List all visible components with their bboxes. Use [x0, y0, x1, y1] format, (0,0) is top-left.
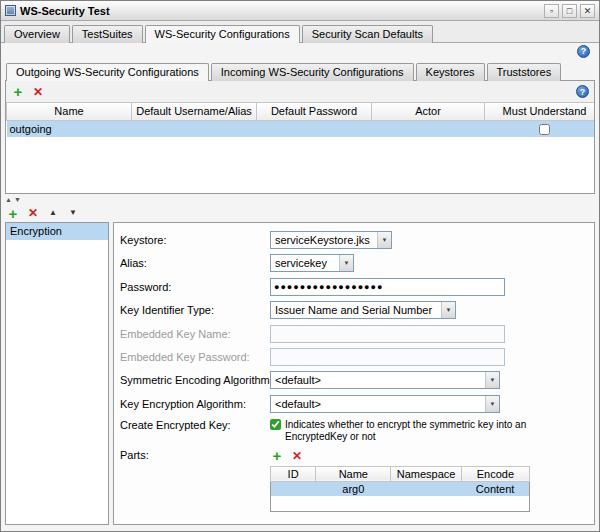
key-identifier-type-selected-value: Issuer Name and Serial Number: [271, 304, 441, 316]
key-identifier-type-select[interactable]: Issuer Name and Serial Number ▼: [270, 301, 456, 319]
outgoing-table-wrap: Name Default Username/Alias Default Pass…: [6, 102, 594, 193]
parts-column-name: Name: [316, 466, 391, 481]
cell-default-password: [257, 120, 372, 137]
embedded-key-password-field: [270, 348, 505, 366]
key-identifier-type-row: Key Identifier Type: Issuer Name and Ser…: [120, 301, 588, 318]
tab-truststores[interactable]: Truststores: [487, 63, 562, 81]
parts-column-namespace: Namespace: [391, 466, 461, 481]
outgoing-table-header: Name Default Username/Alias Default Pass…: [7, 103, 595, 120]
column-header-default-username-alias: Default Username/Alias: [132, 103, 257, 120]
alias-label: Alias:: [120, 257, 270, 269]
chevron-down-icon: ▼: [485, 372, 499, 388]
chevron-down-icon: ▼: [441, 302, 455, 318]
symmetric-encoding-algorithm-select[interactable]: <default> ▼: [270, 371, 500, 389]
column-header-default-password: Default Password: [257, 103, 372, 120]
symmetric-encoding-algorithm-row: Symmetric Encoding Algorithm: <default> …: [120, 372, 588, 389]
lower-split-area: Encryption Keystore: serviceKeystore.jks…: [1, 222, 599, 531]
outgoing-toolbar: + ✕ ?: [6, 81, 594, 102]
window-icon: [5, 5, 16, 16]
alias-row: Alias: servicekey ▼: [120, 254, 588, 271]
tab-ws-security-configurations[interactable]: WS-Security Configurations: [145, 25, 300, 43]
password-row: Password:: [120, 278, 588, 295]
parts-column-encode: Encode: [461, 466, 529, 481]
remove-entry-button[interactable]: ✕: [26, 206, 40, 220]
maximize-icon[interactable]: □: [562, 4, 577, 18]
key-encryption-algorithm-select[interactable]: <default> ▼: [270, 395, 500, 413]
add-part-button[interactable]: +: [270, 449, 284, 463]
tab-testsuites[interactable]: TestSuites: [72, 25, 143, 43]
chevron-down-icon: ▼: [339, 255, 353, 271]
parts-table-empty-row: [271, 496, 530, 511]
parts-toolbar: + ✕: [270, 449, 530, 463]
column-header-actor: Actor: [372, 103, 485, 120]
close-icon[interactable]: ✕: [580, 4, 595, 18]
parts-cell-encode: Content: [461, 481, 529, 496]
chevron-down-icon: ▼: [485, 396, 499, 412]
column-header-name: Name: [7, 103, 132, 120]
parts-row: Parts: + ✕ ID Name Namespace: [120, 449, 588, 510]
password-label: Password:: [120, 281, 270, 293]
tab-security-scan-defaults[interactable]: Security Scan Defaults: [302, 25, 433, 43]
titlebar: WS-Security Test ▫ □ ✕: [1, 1, 599, 21]
add-configuration-button[interactable]: +: [11, 85, 25, 99]
key-identifier-type-label: Key Identifier Type:: [120, 304, 270, 316]
remove-configuration-button[interactable]: ✕: [31, 85, 45, 99]
create-encrypted-key-hint: Indicates whether to encrypt the symmetr…: [285, 419, 588, 444]
move-entry-down-button[interactable]: ▼: [66, 206, 80, 220]
add-entry-button[interactable]: +: [6, 206, 20, 220]
cell-must-understand: [485, 120, 595, 137]
outgoing-help-icon[interactable]: ?: [576, 85, 589, 98]
parts-table: ID Name Namespace Encode arg0 Content: [270, 466, 530, 512]
window-controls: ▫ □ ✕: [544, 4, 595, 18]
parts-table-header: ID Name Namespace Encode: [271, 466, 530, 481]
help-icon[interactable]: ?: [577, 45, 590, 58]
tab-keystores[interactable]: Keystores: [416, 63, 485, 81]
key-encryption-algorithm-selected-value: <default>: [271, 398, 485, 410]
list-item-encryption[interactable]: Encryption: [6, 223, 108, 240]
column-header-must-understand: Must Understand: [485, 103, 595, 120]
parts-cell-id: [271, 481, 316, 496]
chevron-down-icon: ▼: [377, 232, 391, 248]
embedded-key-name-row: Embedded Key Name:: [120, 325, 588, 342]
parts-section: + ✕ ID Name Namespace Encode: [270, 449, 530, 512]
create-encrypted-key-checkbox[interactable]: [270, 419, 281, 430]
splitter-collapse-up-icon[interactable]: ▲: [5, 196, 12, 203]
table-row-outgoing[interactable]: outgoing: [7, 120, 595, 137]
window-title: WS-Security Test: [20, 5, 110, 17]
keystore-select[interactable]: serviceKeystore.jks ▼: [270, 231, 392, 249]
password-field[interactable]: [270, 278, 505, 296]
create-encrypted-key-row: Create Encrypted Key: Indicates whether …: [120, 419, 588, 443]
splitter-collapse-down-icon[interactable]: ▼: [14, 196, 21, 203]
symmetric-encoding-algorithm-selected-value: <default>: [271, 374, 485, 386]
cell-default-username-alias: [132, 120, 257, 137]
help-row: ?: [1, 43, 599, 59]
encryption-form-panel: Keystore: serviceKeystore.jks ▼ Alias: s…: [113, 222, 595, 525]
entries-toolbar: + ✕ ▲ ▼: [1, 204, 599, 222]
embedded-key-password-row: Embedded Key Password:: [120, 348, 588, 365]
tab-incoming-ws-security-configurations[interactable]: Incoming WS-Security Configurations: [211, 63, 414, 81]
keystore-label: Keystore:: [120, 234, 270, 246]
entries-list: Encryption: [5, 222, 109, 525]
must-understand-checkbox[interactable]: [539, 124, 550, 135]
alias-select[interactable]: servicekey ▼: [270, 254, 354, 272]
tab-outgoing-ws-security-configurations[interactable]: Outgoing WS-Security Configurations: [6, 63, 209, 81]
parts-cell-name: arg0: [316, 481, 391, 496]
keystore-selected-value: serviceKeystore.jks: [271, 234, 377, 246]
tab-overview[interactable]: Overview: [4, 25, 70, 43]
parts-table-row[interactable]: arg0 Content: [271, 481, 530, 496]
outgoing-configurations-panel: + ✕ ? Name Default Username/Alias Defaul…: [5, 80, 595, 194]
ws-security-test-window: WS-Security Test ▫ □ ✕ Overview TestSuit…: [0, 0, 600, 532]
configuration-tab-bar: Outgoing WS-Security Configurations Inco…: [1, 59, 599, 80]
parts-cell-namespace: [391, 481, 461, 496]
minimize-icon[interactable]: ▫: [544, 4, 559, 18]
parts-column-id: ID: [271, 466, 316, 481]
remove-part-button[interactable]: ✕: [290, 449, 304, 463]
key-encryption-algorithm-row: Key Encryption Algorithm: <default> ▼: [120, 395, 588, 412]
embedded-key-password-label: Embedded Key Password:: [120, 351, 270, 363]
alias-selected-value: servicekey: [271, 257, 339, 269]
move-entry-up-button[interactable]: ▲: [46, 206, 60, 220]
symmetric-encoding-algorithm-label: Symmetric Encoding Algorithm:: [120, 374, 270, 386]
cell-actor: [372, 120, 485, 137]
horizontal-splitter[interactable]: ▲ ▼: [1, 194, 599, 204]
parts-label: Parts:: [120, 449, 270, 461]
